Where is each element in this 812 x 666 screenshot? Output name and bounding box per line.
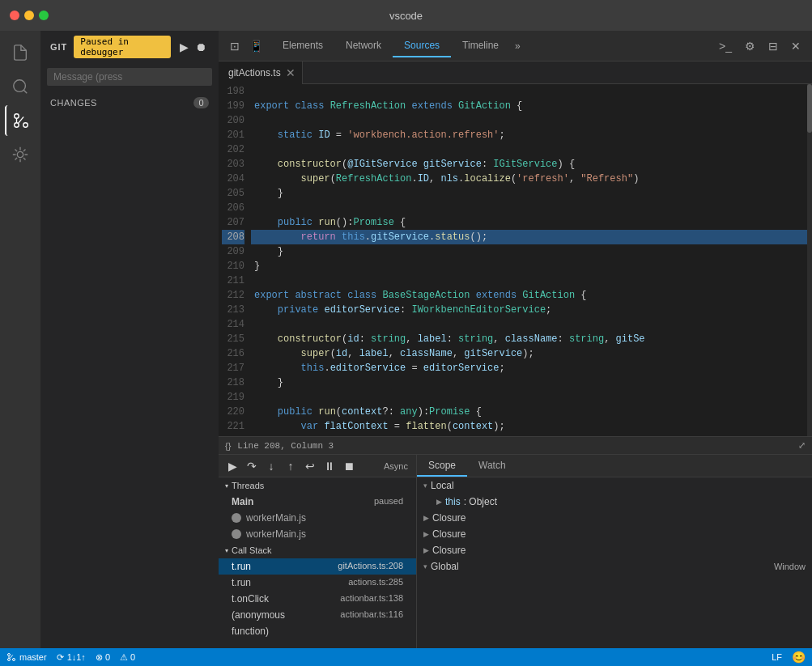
call-fn-1: t.run <box>232 577 251 588</box>
code-expand-button[interactable]: ⤢ <box>798 440 806 451</box>
scope-global-label: Global <box>431 561 459 572</box>
scope-global-item[interactable]: ▾ Global Window <box>417 558 812 575</box>
call-loc-1: actions.ts:285 <box>348 577 403 587</box>
close-button[interactable] <box>10 11 19 20</box>
status-emoji[interactable]: 😊 <box>792 651 806 664</box>
source-control-icon[interactable] <box>5 105 36 136</box>
call-fn-2: t.onClick <box>232 593 269 604</box>
tab-scope[interactable]: Scope <box>417 455 467 477</box>
tab-elements[interactable]: Elements <box>271 35 334 57</box>
svg-point-7 <box>8 654 11 656</box>
call-stack-item-3[interactable]: (anonymous actionbar.ts:116 <box>219 607 416 623</box>
svg-point-6 <box>13 659 15 661</box>
search-icon[interactable] <box>5 71 36 102</box>
code-line-215: constructor(id: string, label: string, c… <box>251 332 807 346</box>
code-area: 198199200201 202203204205 206207 208 209… <box>219 84 812 454</box>
code-line-203: constructor(@IGitService gitService: IGi… <box>251 157 807 172</box>
scope-closure-2[interactable]: ▶ Closure <box>417 526 812 542</box>
scope-global-triangle-icon: ▾ <box>423 562 427 571</box>
scope-local-header[interactable]: ▾ Local <box>417 477 812 494</box>
call-stack-item-4[interactable]: function) <box>219 623 416 639</box>
debug-resume-button[interactable]: ▶ <box>223 457 241 475</box>
worker-item-1[interactable]: workerMain.js <box>219 510 416 526</box>
svg-point-8 <box>8 659 11 661</box>
explorer-icon[interactable] <box>5 37 36 68</box>
sidebar: GIT Paused in debugger ▶ ⏺ CHANGES 0 <box>40 31 219 648</box>
line-numbers: 198199200201 202203204205 206207 208 209… <box>219 84 251 436</box>
devtools-tabs: Elements Network Sources Timeline » <box>271 35 714 57</box>
debug-status-badge: Paused in debugger <box>74 36 171 58</box>
devtools-device-button[interactable]: 📱 <box>244 36 268 56</box>
status-right: LF 😊 <box>772 651 806 664</box>
debug-toolbar: ▶ ↷ ↓ ↑ ↩ ⏸ ⏹ Async <box>219 455 416 477</box>
code-line-216: super(id, label, className, gitService); <box>251 346 807 361</box>
code-line-199: export class RefreshAction extends GitAc… <box>251 99 807 113</box>
devtools-panel: ⊡ 📱 Elements Network Sources Timeline » … <box>219 31 812 648</box>
debug-pause-button[interactable]: ⏸ <box>321 457 338 475</box>
debug-step-out-button[interactable]: ↑ <box>282 457 300 475</box>
tab-watch[interactable]: Watch <box>467 455 517 477</box>
debug-deactivate-button[interactable]: ↩ <box>301 457 319 475</box>
code-lines[interactable]: export class RefreshAction extends GitAc… <box>251 84 807 436</box>
status-errors[interactable]: ⊗ 0 <box>96 652 110 663</box>
status-lf[interactable]: LF <box>772 651 782 664</box>
tab-more-button[interactable]: » <box>510 36 525 57</box>
code-line-222 <box>251 434 807 436</box>
debug-record-button[interactable]: ⏺ <box>193 39 209 55</box>
threads-section-header[interactable]: ▾ Threads <box>219 477 416 494</box>
svg-line-1 <box>23 90 27 93</box>
debug-stop-button[interactable]: ⏹ <box>340 457 358 475</box>
status-branch[interactable]: master <box>6 652 47 662</box>
call-stack-item-2[interactable]: t.onClick actionbar.ts:138 <box>219 591 416 607</box>
debug-async-button[interactable]: Async <box>380 460 411 473</box>
scope-closure-1[interactable]: ▶ Closure <box>417 510 812 526</box>
scope-tabs: Scope Watch <box>417 455 812 477</box>
tab-sources[interactable]: Sources <box>393 35 451 57</box>
devtools-close-button[interactable]: ✕ <box>786 36 806 56</box>
thread-main[interactable]: Main paused <box>219 494 416 510</box>
file-tab-close-button[interactable]: ✕ <box>286 66 295 79</box>
worker-item-2[interactable]: workerMain.js <box>219 526 416 542</box>
devtools-dock-button[interactable]: ⊟ <box>763 36 783 56</box>
status-warnings[interactable]: ⚠ 0 <box>120 652 135 663</box>
scope-closure-3-label: Closure <box>432 545 466 556</box>
scrollbar[interactable] <box>807 84 812 436</box>
tab-timeline[interactable]: Timeline <box>451 35 510 57</box>
debug-step-over-button[interactable]: ↷ <box>243 457 261 475</box>
scope-this-item[interactable]: ▶ this : Object <box>417 494 812 510</box>
git-message-input[interactable] <box>47 68 212 86</box>
devtools-settings-button[interactable]: ⚙ <box>740 36 760 56</box>
code-line-213: private editorService: IWorkbenchEditorS… <box>251 303 807 317</box>
debug-icon[interactable] <box>5 139 36 170</box>
status-sync[interactable]: ⟳ 1↓1↑ <box>57 652 86 663</box>
devtools-inspect-button[interactable]: ⊡ <box>225 36 244 56</box>
devtools-topbar: ⊡ 📱 Elements Network Sources Timeline » … <box>219 31 812 62</box>
svg-point-4 <box>15 123 19 128</box>
code-line-219 <box>251 390 807 405</box>
worker-name-1: workerMain.js <box>246 512 306 524</box>
window-title: vscode <box>389 10 423 22</box>
threads-label: Threads <box>232 481 264 490</box>
code-line-207: public run():Promise { <box>251 215 807 230</box>
devtools-console-button[interactable]: >_ <box>714 36 737 56</box>
call-stack-item-0[interactable]: t.run gitActions.ts:208 <box>219 558 416 575</box>
debug-step-into-button[interactable]: ↓ <box>262 457 280 475</box>
threads-triangle-icon: ▾ <box>225 482 228 490</box>
changes-section-header[interactable]: CHANGES 0 <box>40 91 219 115</box>
scrollbar-thumb[interactable] <box>807 84 812 133</box>
scope-closure-1-label: Closure <box>432 512 466 524</box>
scope-this-label: this <box>445 496 461 507</box>
minimize-button[interactable] <box>24 11 34 20</box>
code-format-button[interactable]: {} <box>225 441 231 451</box>
debug-continue-button[interactable]: ▶ <box>177 39 191 55</box>
code-line-212: export abstract class BaseStageAction ex… <box>251 288 807 303</box>
code-line-209: } <box>251 244 807 259</box>
call-stack-section-header[interactable]: ▾ Call Stack <box>219 542 416 558</box>
scope-closure-3[interactable]: ▶ Closure <box>417 542 812 558</box>
maximize-button[interactable] <box>39 11 49 20</box>
tab-network[interactable]: Network <box>334 35 393 57</box>
scope-local-triangle-icon: ▾ <box>423 481 427 490</box>
file-tab-gitactions[interactable]: gitActions.ts ✕ <box>219 62 303 84</box>
call-stack-item-1[interactable]: t.run actions.ts:285 <box>219 575 416 591</box>
call-fn-4: function) <box>232 626 269 637</box>
